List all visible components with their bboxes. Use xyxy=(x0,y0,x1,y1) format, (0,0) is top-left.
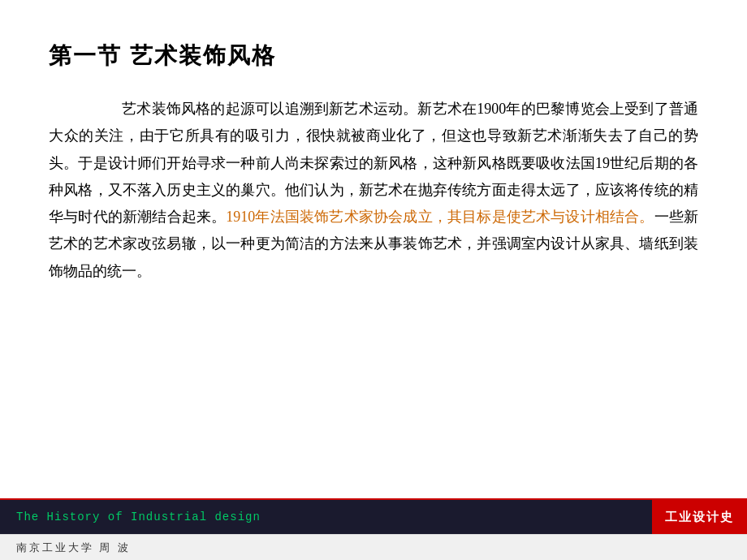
footer-bar: The History of Industrial design 工业设计史 xyxy=(0,500,747,534)
footer-bottom: 南京工业大学 周 波 xyxy=(0,534,747,560)
slide-title: 第一节 艺术装饰风格 xyxy=(49,43,276,68)
body-paragraph: 艺术装饰风格的起源可以追溯到新艺术运动。新艺术在1900年的巴黎博览会上受到了普… xyxy=(49,96,698,285)
indent-space xyxy=(49,101,122,117)
main-content: 第一节 艺术装饰风格 艺术装饰风格的起源可以追溯到新艺术运动。新艺术在1900年… xyxy=(0,0,747,498)
footer-course-title: The History of Industrial design xyxy=(16,510,261,523)
footer-subject-label: 工业设计史 xyxy=(652,500,747,534)
footer-author-info: 南京工业大学 周 波 xyxy=(16,541,131,555)
body-text-normal-1: 艺术装饰风格的起源可以追溯到新艺术运动。新艺术在1900年的巴黎博览会上受到了普… xyxy=(49,101,698,225)
body-text-highlight: 1910年法国装饰艺术家协会成立，其目标是使艺术与设计相结合。 xyxy=(226,209,654,225)
title-section: 第一节 艺术装饰风格 xyxy=(49,41,698,71)
slide-container: 第一节 艺术装饰风格 艺术装饰风格的起源可以追溯到新艺术运动。新艺术在1900年… xyxy=(0,0,747,560)
